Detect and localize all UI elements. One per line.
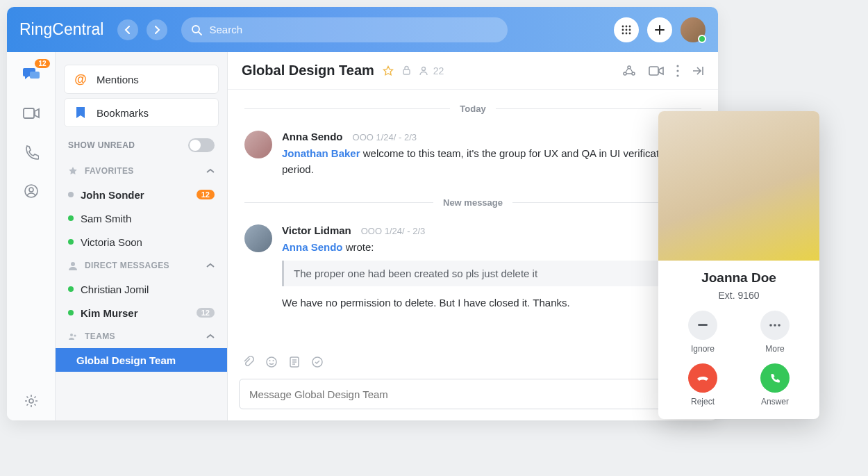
- svg-rect-19: [403, 69, 410, 74]
- ignore-button[interactable]: Ignore: [688, 311, 717, 354]
- favorite-star-button[interactable]: [383, 65, 394, 76]
- rail-video[interactable]: [19, 104, 43, 123]
- search-icon: [191, 24, 202, 35]
- message-time: OOO 1/24/ - 2/3: [353, 132, 417, 142]
- dm-item[interactable]: Christian Jomil: [56, 277, 227, 301]
- chat-scroll[interactable]: Today Anna Sendo OOO 1/24/ - 2/3 Jonatha…: [228, 90, 718, 350]
- caller-photo: [658, 111, 819, 261]
- show-unread-label: SHOW UNREAD: [68, 140, 135, 150]
- mention[interactable]: Jonathan Baker: [282, 147, 360, 159]
- rail-phone[interactable]: [19, 142, 43, 162]
- svg-rect-24: [649, 67, 658, 75]
- bookmark-icon: [74, 106, 87, 119]
- new-button[interactable]: [647, 17, 672, 42]
- svg-point-26: [676, 69, 678, 72]
- message-body: We have no permission to delete. But I h…: [282, 295, 701, 311]
- chevron-up-icon[interactable]: [206, 263, 215, 268]
- sidebar-mentions-label: Mentions: [97, 74, 139, 85]
- more-button[interactable]: [676, 65, 679, 77]
- reject-button[interactable]: Reject: [688, 363, 717, 407]
- person-icon: [68, 261, 78, 270]
- star-icon: [68, 166, 78, 176]
- answer-button[interactable]: Answer: [760, 363, 790, 407]
- hangup-icon: [688, 363, 717, 393]
- chat-title: Global Design Team: [242, 63, 374, 79]
- quote-intro: Anna Sendo wrote:: [282, 239, 701, 255]
- composer-toolbar: [228, 350, 718, 375]
- chevron-up-icon[interactable]: [206, 334, 215, 339]
- svg-point-15: [29, 399, 33, 403]
- favorite-item[interactable]: Sam Smith: [56, 206, 227, 230]
- rail-messaging[interactable]: 12: [19, 65, 43, 84]
- team-item[interactable]: Global Design Team: [56, 348, 227, 372]
- ignore-label: Ignore: [691, 344, 715, 354]
- member-count-value: 22: [433, 65, 444, 76]
- lock-icon: [402, 65, 411, 76]
- favorites-header[interactable]: FAVORITES: [56, 159, 227, 183]
- nav-back-button[interactable]: [117, 19, 138, 40]
- svg-point-6: [626, 28, 628, 31]
- avatar[interactable]: [244, 224, 272, 252]
- show-unread-toggle[interactable]: [188, 138, 215, 152]
- minus-icon: [688, 311, 717, 340]
- collapse-panel-button[interactable]: [692, 65, 704, 77]
- quote-wrote: wrote:: [343, 241, 374, 253]
- show-unread-row: SHOW UNREAD: [56, 131, 227, 159]
- huddle-icon: [622, 65, 636, 77]
- dm-header[interactable]: DIRECT MESSAGES: [56, 254, 227, 277]
- svg-point-29: [269, 360, 271, 361]
- answer-label: Answer: [761, 397, 789, 407]
- dots-icon: [760, 311, 790, 340]
- contact-name: Kim Murser: [81, 307, 138, 319]
- avatar[interactable]: [244, 131, 272, 158]
- svg-point-8: [622, 32, 624, 34]
- contact-name: John Sonder: [81, 189, 144, 201]
- contacts-icon: [24, 183, 39, 199]
- incoming-call-card: Joanna Doe Ext. 9160 Ignore More Reject …: [658, 111, 819, 419]
- teams-label: TEAMS: [85, 331, 115, 341]
- svg-point-16: [71, 262, 75, 266]
- dm-item[interactable]: Kim Murser 12: [56, 301, 227, 325]
- divider-label: New message: [433, 197, 512, 208]
- note-button[interactable]: [289, 356, 300, 368]
- search-input[interactable]: [209, 24, 498, 35]
- favorite-item[interactable]: John Sonder 12: [56, 183, 227, 206]
- svg-point-20: [422, 67, 425, 70]
- caller-name: Joanna Doe: [667, 270, 811, 286]
- dialpad-button[interactable]: [614, 17, 639, 42]
- svg-rect-11: [30, 72, 40, 79]
- dm-label: DIRECT MESSAGES: [85, 261, 169, 270]
- message: Victor Lidman OOO 1/24/ - 2/3 Anna Sendo…: [244, 218, 701, 324]
- mention[interactable]: Anna Sendo: [282, 241, 343, 253]
- svg-point-2: [622, 25, 624, 27]
- user-avatar[interactable]: [681, 17, 706, 42]
- more-call-button[interactable]: More: [760, 311, 790, 354]
- task-button[interactable]: [311, 356, 324, 368]
- contact-name: Sam Smith: [81, 213, 131, 224]
- rail-contacts[interactable]: [19, 181, 43, 201]
- sidebar-mentions[interactable]: @ Mentions: [64, 65, 219, 94]
- nav-forward-button[interactable]: [147, 19, 167, 40]
- huddle-button[interactable]: [622, 65, 636, 77]
- member-count[interactable]: 22: [419, 65, 444, 76]
- caller-extension: Ext. 9160: [667, 290, 811, 301]
- svg-point-34: [769, 324, 772, 327]
- chevron-up-icon[interactable]: [206, 168, 215, 174]
- favorites-label: FAVORITES: [85, 166, 134, 176]
- message-input[interactable]: [249, 388, 696, 400]
- sidebar-bookmarks[interactable]: Bookmarks: [64, 98, 219, 127]
- emoji-button[interactable]: [265, 356, 278, 368]
- attach-button[interactable]: [242, 356, 254, 368]
- svg-point-5: [622, 28, 624, 31]
- people-icon: [419, 66, 431, 76]
- video-call-button[interactable]: [649, 65, 664, 77]
- rail-settings[interactable]: [19, 391, 43, 411]
- answer-icon: [760, 363, 790, 393]
- teams-header[interactable]: TEAMS: [56, 325, 227, 348]
- message-text: Jonathan Baker welcome to this team, it'…: [282, 145, 701, 178]
- svg-point-9: [626, 32, 628, 34]
- plus-icon: [654, 24, 665, 35]
- presence-dot-icon: [68, 215, 74, 221]
- favorite-item[interactable]: Victoria Soon: [56, 230, 227, 254]
- svg-point-36: [778, 324, 781, 327]
